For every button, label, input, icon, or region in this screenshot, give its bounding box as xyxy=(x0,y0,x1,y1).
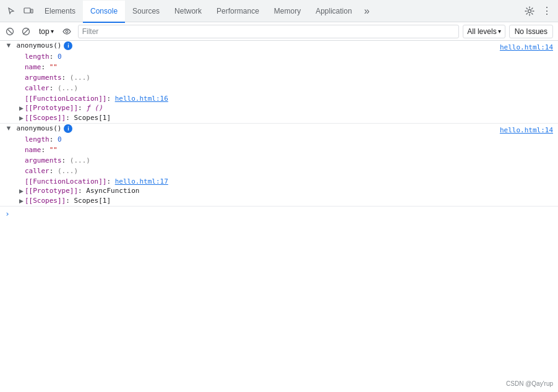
svg-point-2 xyxy=(528,9,531,12)
entry2-prototype-toggle[interactable]: ▶ xyxy=(17,187,25,195)
tab-sources[interactable]: Sources xyxy=(125,1,167,23)
entry1-arguments-toggle xyxy=(17,72,25,80)
svg-line-4 xyxy=(8,29,12,33)
entry1-caller-toggle xyxy=(17,83,25,90)
tab-memory[interactable]: Memory xyxy=(267,1,308,23)
console-entry-2: ▼ anonymous() i length : 0 name : "" xyxy=(0,124,558,206)
entry1-scopes-row[interactable]: ▶ [[Scopes]] : Scopes[1] xyxy=(0,113,500,123)
entry2-title: anonymous() xyxy=(12,124,61,132)
console-toolbar: top ▾ All levels ▾ No Issues xyxy=(0,22,558,41)
svg-rect-0 xyxy=(24,8,30,13)
entry2-name-toggle xyxy=(17,145,25,152)
svg-line-6 xyxy=(24,28,29,34)
entry1-funcloc-toggle xyxy=(17,93,25,101)
entry2-caller-row: caller : (...) xyxy=(0,165,500,176)
no-issues-btn[interactable]: No Issues xyxy=(509,25,553,38)
filter-input[interactable] xyxy=(79,25,459,38)
entry2-funcloc-toggle xyxy=(17,176,25,184)
entry2-length-row: length : 0 xyxy=(0,134,500,144)
entry2-source-link[interactable]: hello.html:14 xyxy=(500,124,558,134)
tab-console[interactable]: Console xyxy=(83,1,125,23)
entry1-toggle-icon[interactable]: ▼ xyxy=(5,41,12,49)
entry1-arguments-row: arguments : (...) xyxy=(0,72,500,82)
tab-elements[interactable]: Elements xyxy=(37,1,83,23)
prompt-arrow-icon: › xyxy=(5,209,10,218)
entry1-source-link[interactable]: hello.html:14 xyxy=(500,41,558,51)
svg-rect-1 xyxy=(31,9,33,13)
entry2-scopes-toggle[interactable]: ▶ xyxy=(17,197,25,205)
entry2-length-toggle xyxy=(17,134,25,142)
entry2-prototype-row[interactable]: ▶ [[Prototype]] : AsyncFunction xyxy=(0,186,500,196)
console-output: ▼ anonymous() i length : 0 name : "" xyxy=(0,41,558,392)
tab-network[interactable]: Network xyxy=(167,1,209,23)
entry2-name-row: name : "" xyxy=(0,144,500,155)
entry1-length-row: length : 0 xyxy=(0,51,500,61)
devtools-tab-bar: Elements Console Sources Network Perform… xyxy=(0,0,558,22)
device-icon-btn[interactable] xyxy=(20,2,37,20)
cursor-icon-btn[interactable] xyxy=(2,2,20,20)
ban-btn[interactable] xyxy=(19,24,33,39)
context-selector[interactable]: top ▾ xyxy=(35,25,58,38)
log-levels-btn[interactable]: All levels ▾ xyxy=(463,25,505,38)
entry2-funcloc-row: [[FunctionLocation]] : hello.html:17 xyxy=(0,176,500,186)
entry1-info-icon[interactable]: i xyxy=(64,41,72,50)
filter-container xyxy=(78,25,460,38)
tab-performance[interactable]: Performance xyxy=(209,1,267,23)
more-options-icon[interactable]: ⋮ xyxy=(538,2,556,20)
entry2-arguments-row: arguments : (...) xyxy=(0,155,500,165)
levels-chevron-icon: ▾ xyxy=(498,28,501,35)
console-prompt[interactable]: › xyxy=(0,207,558,221)
tab-application[interactable]: Application xyxy=(308,1,359,23)
eye-btn[interactable] xyxy=(59,24,74,39)
entry1-funcloc-row: [[FunctionLocation]] : hello.html:16 xyxy=(0,93,500,103)
chevron-down-icon: ▾ xyxy=(51,28,54,35)
entry2-info-icon[interactable]: i xyxy=(64,124,72,133)
clear-console-btn[interactable] xyxy=(2,24,17,39)
entry1-scopes-toggle[interactable]: ▶ xyxy=(17,114,25,122)
watermark: CSDN @Qay'rup xyxy=(506,380,553,387)
entry1-prototype-row[interactable]: ▶ [[Prototype]] : ƒ () xyxy=(0,103,500,113)
entry1-prototype-toggle[interactable]: ▶ xyxy=(17,104,25,112)
entry2-caller-toggle xyxy=(17,166,25,173)
console-entry-1: ▼ anonymous() i length : 0 name : "" xyxy=(0,41,558,123)
entry2-arguments-toggle xyxy=(17,155,25,163)
entry1-header-row[interactable]: ▼ anonymous() i xyxy=(0,41,500,51)
entry1-caller-row: caller : (...) xyxy=(0,82,500,93)
entry1-name-row: name : "" xyxy=(0,61,500,72)
entry2-scopes-row[interactable]: ▶ [[Scopes]] : Scopes[1] xyxy=(0,196,500,206)
entry1-name-toggle xyxy=(17,62,25,69)
svg-point-7 xyxy=(66,30,68,33)
entry2-toggle-icon[interactable]: ▼ xyxy=(5,124,12,132)
tab-overflow-btn[interactable]: » xyxy=(359,2,374,20)
entry1-title: anonymous() xyxy=(12,41,61,49)
entry2-header-row[interactable]: ▼ anonymous() i xyxy=(0,124,500,134)
settings-gear-icon[interactable] xyxy=(521,2,538,20)
entry1-length-toggle xyxy=(17,51,25,59)
